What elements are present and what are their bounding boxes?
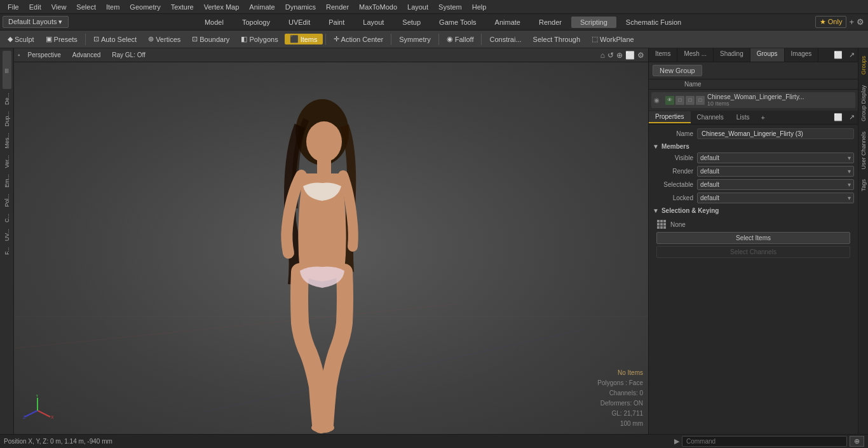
pp-tab-properties[interactable]: Properties xyxy=(649,111,691,123)
sidebar-tab-de[interactable]: De... xyxy=(3,90,11,107)
selectable-dropdown[interactable]: default ▾ xyxy=(697,179,854,190)
render-dropdown[interactable]: default ▾ xyxy=(697,166,854,177)
vertices-button[interactable]: ⊛ Vertices xyxy=(143,34,186,44)
rp-arrow-icon[interactable]: ↗ xyxy=(846,50,858,60)
menu-help[interactable]: Help xyxy=(467,2,492,12)
sidebar-tab-pol[interactable]: Pol... xyxy=(3,191,11,210)
presets-button[interactable]: ▣ Presets xyxy=(41,34,83,44)
rp-tab-items[interactable]: Items xyxy=(649,48,677,62)
falloff-button[interactable]: ◉ Falloff xyxy=(442,34,479,44)
rp-tab-groups[interactable]: Groups xyxy=(750,48,785,62)
tab-uvedit[interactable]: UVEdit xyxy=(280,17,319,28)
menu-view[interactable]: View xyxy=(46,2,72,12)
ray-gl-button[interactable]: Ray GL: Off xyxy=(108,51,149,59)
command-run-button[interactable]: ⊕ xyxy=(850,436,864,447)
group-extra-icon[interactable]: □ xyxy=(696,96,705,105)
menu-file[interactable]: File xyxy=(3,2,24,12)
group-eye-icon[interactable]: ◉ xyxy=(654,97,663,104)
tab-layout[interactable]: Layout xyxy=(354,17,393,28)
menu-select[interactable]: Select xyxy=(71,2,101,12)
rvtab-user-channels[interactable]: User Channels xyxy=(859,126,868,175)
command-input[interactable] xyxy=(682,436,847,447)
rp-tab-images[interactable]: Images xyxy=(785,48,819,62)
menu-maxtomodo[interactable]: MaxToModo xyxy=(354,2,402,12)
members-section-header[interactable]: ▼ Members xyxy=(653,143,854,150)
star-only-badge: ★ Only xyxy=(815,16,847,28)
sidebar-tab-f[interactable]: F... xyxy=(3,245,11,257)
menu-layout[interactable]: Layout xyxy=(402,2,433,12)
select-through-button[interactable]: Select Through xyxy=(528,34,585,44)
tab-setup[interactable]: Setup xyxy=(393,17,430,28)
menu-vertex-map[interactable]: Vertex Map xyxy=(199,2,245,12)
group-visible-icon[interactable]: 👁 xyxy=(665,96,674,105)
viewport-zoom-icon[interactable]: ⊕ xyxy=(616,51,623,60)
perspective-button[interactable]: Perspective xyxy=(24,51,65,59)
menu-item[interactable]: Item xyxy=(101,2,125,12)
rvtab-group-display[interactable]: Group Display xyxy=(859,80,868,126)
menu-dynamics[interactable]: Dynamics xyxy=(280,2,321,12)
rp-tab-mesh[interactable]: Mesh ... xyxy=(677,48,714,62)
select-items-button[interactable]: Select Items xyxy=(656,232,850,244)
presets-icon: ▣ xyxy=(46,35,52,43)
sidebar-tab-uv[interactable]: UV... xyxy=(3,226,11,243)
menu-animate[interactable]: Animate xyxy=(244,2,280,12)
sidebar-tab-mes[interactable]: Mes... xyxy=(3,130,11,151)
pp-tab-lists[interactable]: Lists xyxy=(730,112,756,123)
sidebar-tab-dup[interactable]: Dup... xyxy=(3,109,11,129)
action-center-button[interactable]: ✛ Action Center xyxy=(329,34,389,44)
tab-schematic-fusion[interactable]: Schematic Fusion xyxy=(617,17,690,28)
advanced-button[interactable]: Advanced xyxy=(69,51,104,59)
tab-scripting[interactable]: Scripting xyxy=(571,17,616,28)
sidebar-tab-c[interactable]: C... xyxy=(3,211,11,225)
name-value[interactable]: Chinese_Woman_Lingerie_Flirty (3) xyxy=(697,128,854,139)
layout-settings-icon[interactable]: ⚙ xyxy=(857,17,864,27)
menu-geometry[interactable]: Geometry xyxy=(125,2,165,12)
symmetry-button[interactable]: Symmetry xyxy=(394,34,436,44)
tab-paint[interactable]: Paint xyxy=(320,17,353,28)
tab-topology[interactable]: Topology xyxy=(233,17,279,28)
polygons-button[interactable]: ◧ Polygons xyxy=(236,34,283,44)
select-channels-button[interactable]: Select Channels xyxy=(656,246,850,258)
menu-texture[interactable]: Texture xyxy=(166,2,199,12)
items-button[interactable]: ⬛ Items xyxy=(285,34,323,44)
rp-tab-shading[interactable]: Shading xyxy=(714,48,750,62)
sidebar-tab-ver[interactable]: Ver... xyxy=(3,153,11,171)
sidebar-tab-em[interactable]: Em... xyxy=(3,172,11,190)
pp-tab-channels[interactable]: Channels xyxy=(691,112,730,123)
viewport-settings-icon[interactable]: ⚙ xyxy=(637,51,644,60)
default-layouts-button[interactable]: Default Layouts ▾ xyxy=(3,16,69,28)
visible-dropdown[interactable]: default ▾ xyxy=(697,153,854,163)
locked-dropdown[interactable]: default ▾ xyxy=(697,193,854,203)
viewport-home-icon[interactable]: ⌂ xyxy=(600,51,605,60)
new-group-button[interactable]: New Group xyxy=(653,65,702,76)
menu-render[interactable]: Render xyxy=(321,2,354,12)
name-label: Name xyxy=(653,130,697,137)
boundary-button[interactable]: ⊡ Boundary xyxy=(187,34,234,44)
menu-edit[interactable]: Edit xyxy=(24,2,46,12)
tab-model[interactable]: Model xyxy=(196,17,233,28)
sel-keying-section-header[interactable]: ▼ Selection & Keying xyxy=(653,207,854,214)
viewport[interactable]: No Items Polygons : Face Channels: 0 Def… xyxy=(14,62,648,434)
viewport-sync-icon[interactable]: ↺ xyxy=(607,51,614,60)
rvtab-tags[interactable]: Tags xyxy=(859,174,868,196)
sidebar-handle[interactable]: ||| xyxy=(3,51,11,89)
layout-plus-button[interactable]: + xyxy=(849,17,854,27)
tab-animate[interactable]: Animate xyxy=(486,17,529,28)
tab-game-tools[interactable]: Game Tools xyxy=(430,17,485,28)
group-lock-icon[interactable]: □ xyxy=(686,96,695,105)
command-expand-icon[interactable]: ▶ xyxy=(674,437,679,445)
viewport-frame-icon[interactable]: ⬜ xyxy=(625,51,635,60)
rp-expand-icon[interactable]: ⬜ xyxy=(831,50,846,60)
group-render-icon[interactable]: □ xyxy=(675,96,684,105)
auto-select-button[interactable]: ⊡ Auto Select xyxy=(88,34,142,44)
workplane-button[interactable]: ⬚ WorkPlane xyxy=(587,34,639,44)
sculpt-button[interactable]: ◆ Sculpt xyxy=(3,34,39,44)
pp-tab-plus[interactable]: + xyxy=(756,112,770,123)
pp-arrow-icon[interactable]: ↗ xyxy=(846,112,858,123)
menu-system[interactable]: System xyxy=(433,2,467,12)
tab-render[interactable]: Render xyxy=(530,17,571,28)
selection-keying-section: None Select Items Select Channels xyxy=(653,217,854,262)
pp-expand-icon[interactable]: ⬜ xyxy=(831,112,846,123)
rvtab-groups[interactable]: Groups xyxy=(859,51,868,80)
constraints-button[interactable]: Constrai... xyxy=(484,34,526,44)
